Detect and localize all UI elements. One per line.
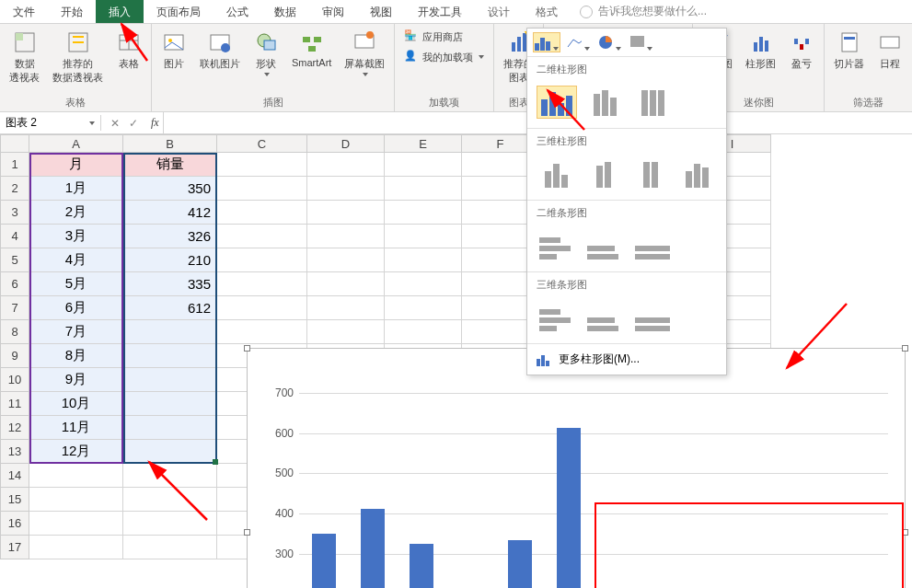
row-header-13[interactable]: 13: [0, 440, 29, 464]
cell-B15[interactable]: [123, 488, 217, 512]
row-header-14[interactable]: 14: [0, 464, 29, 488]
cell-B6[interactable]: 335: [123, 272, 217, 296]
tab-formulas[interactable]: 公式: [214, 0, 261, 23]
cell-D1[interactable]: [307, 153, 385, 177]
row-header-8[interactable]: 8: [0, 320, 29, 344]
chart-3d-column[interactable]: [677, 157, 717, 190]
row-header-9[interactable]: 9: [0, 344, 29, 368]
cell-B10[interactable]: [123, 368, 217, 392]
cell-B17[interactable]: [123, 536, 217, 559]
cell-D3[interactable]: [307, 201, 385, 225]
bar-5月[interactable]: [508, 540, 532, 588]
cell-A3[interactable]: 2月: [29, 201, 123, 225]
gallery-pie-button[interactable]: [595, 32, 623, 52]
row-header-10[interactable]: 10: [0, 368, 29, 392]
cell-E5[interactable]: [385, 248, 462, 272]
cell-D5[interactable]: [307, 248, 385, 272]
row-header-7[interactable]: 7: [0, 296, 29, 320]
row-header-11[interactable]: 11: [0, 392, 29, 416]
chart-3d-clustered-bar[interactable]: [537, 301, 577, 334]
cell-B8[interactable]: [123, 320, 217, 344]
cell-C2[interactable]: [217, 177, 307, 201]
chart-3d-stacked-column[interactable]: [583, 157, 623, 190]
tab-insert[interactable]: 插入: [96, 0, 144, 23]
cell-A13[interactable]: 12月: [29, 440, 123, 464]
cell-C3[interactable]: [217, 201, 307, 225]
shapes-button[interactable]: 形状: [249, 28, 283, 78]
cell-A10[interactable]: 9月: [29, 368, 123, 392]
pictures-button[interactable]: 图片: [157, 28, 190, 73]
gallery-line-button[interactable]: [564, 32, 592, 52]
row-header-15[interactable]: 15: [0, 488, 29, 512]
chart-stacked-column[interactable]: [584, 86, 625, 119]
cell-A8[interactable]: 7月: [29, 320, 123, 344]
table-button[interactable]: 表格: [112, 28, 145, 73]
cell-D8[interactable]: [307, 320, 385, 344]
chart-3d-stacked-bar[interactable]: [584, 301, 625, 334]
select-all-corner[interactable]: [0, 134, 29, 153]
timeline-button[interactable]: 日程: [873, 28, 906, 73]
cell-B12[interactable]: [123, 416, 217, 440]
cell-B13[interactable]: [123, 440, 217, 464]
cell-D7[interactable]: [307, 296, 385, 320]
cell-B9[interactable]: [123, 344, 217, 368]
cell-C8[interactable]: [217, 320, 307, 344]
col-header-B[interactable]: B: [123, 134, 217, 153]
col-header-E[interactable]: E: [385, 134, 462, 153]
sparkline-column-button[interactable]: 柱形图: [742, 28, 779, 73]
cell-B3[interactable]: 412: [123, 201, 217, 225]
chart-plot-area[interactable]: 01002003004005006007001月2月3月4月5月6月7月8月9月…: [299, 393, 888, 588]
cancel-icon[interactable]: ✕: [110, 117, 120, 130]
online-pictures-button[interactable]: 联机图片: [196, 28, 244, 73]
cell-A14[interactable]: [29, 464, 123, 488]
tab-dev[interactable]: 开发工具: [405, 0, 475, 23]
bar-2月[interactable]: [361, 509, 385, 588]
row-header-1[interactable]: 1: [0, 153, 29, 177]
row-header-5[interactable]: 5: [0, 248, 29, 272]
row-header-17[interactable]: 17: [0, 536, 29, 559]
more-column-charts[interactable]: 更多柱形图(M)...: [527, 343, 726, 375]
cell-E4[interactable]: [385, 225, 462, 248]
cell-D6[interactable]: [307, 272, 385, 296]
cell-C7[interactable]: [217, 296, 307, 320]
bar-1月[interactable]: [312, 534, 336, 588]
chart-clustered-bar[interactable]: [537, 229, 577, 262]
cell-E6[interactable]: [385, 272, 462, 296]
cell-D4[interactable]: [307, 225, 385, 248]
sparkline-winloss-button[interactable]: 盈亏: [785, 28, 818, 73]
cell-A5[interactable]: 4月: [29, 248, 123, 272]
cell-A12[interactable]: 11月: [29, 416, 123, 440]
cell-B7[interactable]: 612: [123, 296, 217, 320]
my-addins-button[interactable]: 👤 我的加载项: [400, 48, 488, 66]
smartart-button[interactable]: SmartArt: [288, 28, 335, 70]
chart-100-stacked-column[interactable]: [632, 86, 673, 119]
cell-A7[interactable]: 6月: [29, 296, 123, 320]
cell-E1[interactable]: [385, 153, 462, 177]
cell-E7[interactable]: [385, 296, 462, 320]
tab-format[interactable]: 格式: [523, 0, 571, 23]
fx-icon[interactable]: fx: [147, 116, 163, 130]
cell-A15[interactable]: [29, 488, 123, 512]
cell-B5[interactable]: 210: [123, 248, 217, 272]
pivottable-button[interactable]: 数据 透视表: [6, 28, 43, 86]
col-header-D[interactable]: D: [307, 134, 385, 153]
chart-3d-clustered-column[interactable]: [537, 157, 576, 190]
enter-icon[interactable]: ✓: [129, 117, 138, 130]
row-header-6[interactable]: 6: [0, 272, 29, 296]
tell-me-input[interactable]: 告诉我您想要做什么...: [571, 0, 912, 23]
tab-design[interactable]: 设计: [475, 0, 523, 23]
chart-3d-100-stacked-bar[interactable]: [632, 301, 673, 334]
cell-E3[interactable]: [385, 201, 462, 225]
cell-C1[interactable]: [217, 153, 307, 177]
col-header-A[interactable]: A: [29, 134, 123, 153]
name-box[interactable]: 图表 2: [0, 115, 101, 131]
row-header-16[interactable]: 16: [0, 512, 29, 536]
row-header-3[interactable]: 3: [0, 201, 29, 225]
gallery-column-button[interactable]: [533, 32, 560, 52]
cell-A17[interactable]: [29, 536, 123, 559]
cell-A1[interactable]: 月: [29, 153, 123, 177]
cell-C6[interactable]: [217, 272, 307, 296]
cell-B11[interactable]: [123, 392, 217, 416]
row-header-2[interactable]: 2: [0, 177, 29, 201]
slicer-button[interactable]: 切片器: [830, 28, 868, 73]
